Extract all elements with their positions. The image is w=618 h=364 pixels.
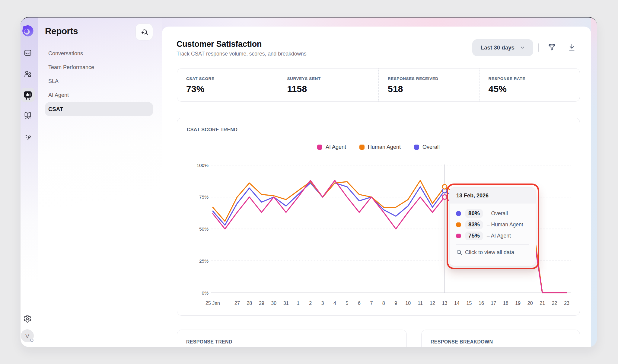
response-breakdown-card: RESPONSE BREAKDOWN — [421, 330, 580, 347]
stat-label: RESPONSES RECEIVED — [388, 76, 479, 81]
tooltip-footer-link[interactable]: Click to view all data — [450, 245, 536, 260]
stat-value: 73% — [186, 84, 278, 94]
bottom-cards-row: RESPONSE TREND RESPONSE BREAKDOWN — [177, 330, 580, 347]
svg-text:11: 11 — [418, 301, 423, 306]
book-open-icon[interactable] — [24, 111, 32, 120]
tooltip-row: 83%– Human Agent — [456, 220, 529, 229]
svg-text:28: 28 — [247, 301, 252, 306]
stat-value: 1158 — [287, 84, 379, 94]
svg-text:9: 9 — [394, 301, 397, 306]
app-window: V Reports ConversationsTeam PerformanceS… — [21, 17, 597, 347]
svg-text:25 Jan: 25 Jan — [205, 301, 220, 306]
chevron-down-icon — [520, 45, 525, 50]
stat-label: SURVEYS SENT — [287, 76, 379, 81]
svg-text:10: 10 — [405, 301, 411, 306]
download-button[interactable] — [567, 43, 576, 52]
svg-text:0%: 0% — [202, 290, 209, 295]
plant-doodle-icon[interactable] — [24, 133, 32, 141]
tooltip-row-label: – AI Agent — [487, 233, 511, 239]
chart-board-icon — [24, 91, 32, 100]
users-icon[interactable] — [24, 70, 32, 78]
svg-text:19: 19 — [515, 301, 521, 306]
svg-text:6: 6 — [358, 301, 361, 306]
stat-responses-received: RESPONSES RECEIVED518 — [378, 69, 479, 101]
svg-text:31: 31 — [283, 301, 289, 306]
csat-trend-card: CSAT SCORE TREND AI AgentHuman AgentOver… — [177, 118, 580, 316]
main-panel: Customer Satisfaction Track CSAT respons… — [162, 27, 591, 347]
svg-text:13: 13 — [442, 301, 448, 306]
tooltip-date: 13 Feb, 2026 — [450, 188, 536, 203]
svg-text:2: 2 — [309, 301, 312, 306]
tooltip-row-swatch — [456, 222, 461, 227]
svg-text:5: 5 — [346, 301, 348, 306]
response-trend-title: RESPONSE TREND — [186, 339, 406, 345]
sidebar-title: Reports — [45, 26, 78, 36]
svg-text:75%: 75% — [199, 194, 209, 200]
search-spark-icon — [140, 28, 148, 36]
nav-item-csat[interactable]: CSAT — [45, 102, 153, 116]
nav-item-sla[interactable]: SLA — [45, 74, 153, 88]
tooltip-row-label: – Overall — [487, 210, 508, 217]
nav-item-team-performance[interactable]: Team Performance — [45, 60, 153, 74]
svg-text:21: 21 — [540, 301, 545, 306]
tooltip-row-value: 75% — [465, 231, 483, 240]
sidebar: Reports ConversationsTeam PerformanceSLA… — [38, 18, 162, 347]
stat-response-rate: RESPONSE RATE45% — [479, 69, 580, 101]
svg-text:1: 1 — [297, 301, 300, 306]
page-title: Customer Satisfaction — [177, 40, 262, 49]
header-controls: Last 30 days — [472, 39, 576, 56]
stat-surveys-sent: SURVEYS SENT1158 — [278, 69, 379, 101]
filter-button[interactable] — [547, 43, 556, 52]
svg-text:16: 16 — [479, 301, 484, 306]
tooltip-row: 75%– AI Agent — [456, 231, 529, 240]
svg-text:15: 15 — [467, 301, 472, 306]
svg-text:18: 18 — [503, 301, 508, 306]
svg-text:12: 12 — [430, 301, 435, 306]
settings-gear-icon[interactable] — [23, 315, 32, 323]
chart-tooltip: 13 Feb, 2026 80%– Overall83%– Human Agen… — [449, 187, 536, 266]
svg-text:3: 3 — [321, 301, 324, 306]
avatar-initial: V — [25, 332, 29, 340]
svg-text:20: 20 — [527, 301, 533, 306]
tooltip-row-value: 80% — [465, 209, 483, 218]
svg-text:7: 7 — [370, 301, 373, 306]
svg-text:23: 23 — [564, 301, 569, 306]
tooltip-row: 80%– Overall — [456, 209, 529, 218]
inbox-icon[interactable] — [24, 49, 32, 57]
svg-text:30: 30 — [271, 301, 276, 306]
tooltip-row-label: – Human Agent — [487, 222, 523, 228]
tooltip-row-swatch — [456, 234, 461, 238]
page-subtitle: Track CSAT response volume, scores, and … — [177, 51, 307, 57]
svg-text:100%: 100% — [196, 162, 209, 168]
response-breakdown-title: RESPONSE BREAKDOWN — [431, 339, 580, 345]
rail-item-reports-active[interactable] — [21, 88, 35, 102]
controls-divider — [538, 43, 539, 52]
icon-rail: V — [21, 18, 38, 347]
nav-item-conversations[interactable]: Conversations — [45, 46, 153, 60]
svg-text:29: 29 — [259, 301, 264, 306]
stat-csat-score: CSAT SCORE73% — [177, 69, 278, 101]
stat-value: 45% — [489, 84, 580, 94]
stat-label: RESPONSE RATE — [489, 76, 580, 81]
app-logo-icon[interactable] — [21, 24, 35, 38]
svg-text:4: 4 — [333, 301, 336, 306]
download-icon — [568, 43, 576, 52]
filter-funnel-icon — [548, 43, 556, 52]
zoom-in-icon — [456, 249, 462, 255]
stat-value: 518 — [388, 84, 479, 94]
search-button[interactable] — [135, 24, 153, 40]
tooltip-row-swatch — [456, 211, 461, 216]
response-trend-card: RESPONSE TREND — [177, 330, 407, 347]
tooltip-footer-text: Click to view all data — [465, 249, 514, 256]
stat-label: CSAT SCORE — [186, 76, 278, 81]
date-range-label: Last 30 days — [481, 44, 514, 51]
svg-text:22: 22 — [552, 301, 557, 306]
tooltip-highlight-ring: 13 Feb, 2026 80%– Overall83%– Human Agen… — [447, 184, 539, 269]
nav-item-ai-agent[interactable]: AI Agent — [45, 88, 153, 102]
tooltip-row-value: 83% — [465, 220, 483, 229]
date-range-button[interactable]: Last 30 days — [472, 39, 533, 56]
svg-text:17: 17 — [491, 301, 496, 306]
svg-text:50%: 50% — [199, 226, 209, 231]
svg-text:27: 27 — [234, 301, 240, 306]
avatar-status-dot — [30, 339, 33, 342]
